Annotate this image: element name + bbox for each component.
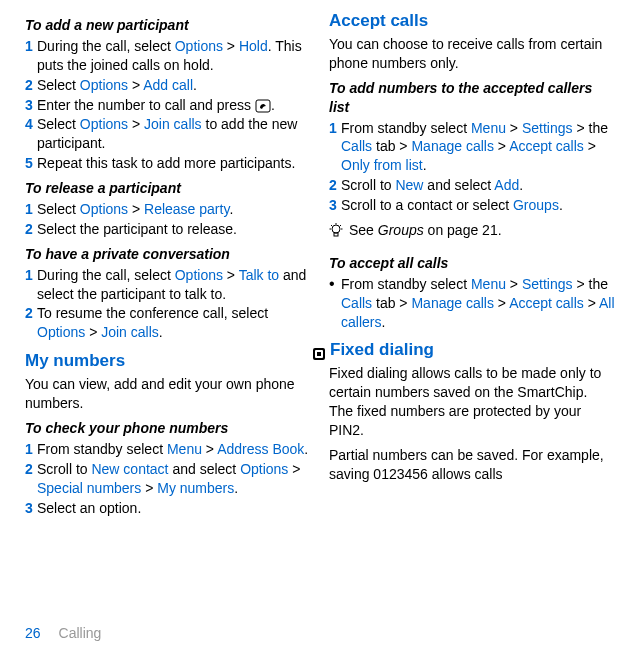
tip-text: See Groups on page 21. bbox=[349, 221, 615, 240]
left-column: To add a new participant 1 During the ca… bbox=[25, 10, 311, 518]
step-number: 1 bbox=[25, 440, 37, 459]
page-number: 26 bbox=[25, 625, 41, 641]
step-text: Select Options > Join calls to add the n… bbox=[37, 115, 311, 153]
link-calls-tab[interactable]: Calls bbox=[341, 295, 372, 311]
step-number: 1 bbox=[25, 266, 37, 304]
step-text: Select Options > Add call. bbox=[37, 76, 311, 95]
link-my-numbers[interactable]: My numbers bbox=[157, 480, 234, 496]
link-options[interactable]: Options bbox=[37, 324, 85, 340]
step-number: 2 bbox=[25, 76, 37, 95]
svg-line-4 bbox=[340, 225, 341, 226]
step-text: Scroll to New contact and select Options… bbox=[37, 460, 311, 498]
link-settings[interactable]: Settings bbox=[522, 120, 573, 136]
step-number: 2 bbox=[329, 176, 341, 195]
body-text: You can view, add and edit your own phon… bbox=[25, 375, 311, 413]
svg-rect-7 bbox=[334, 233, 338, 236]
link-new[interactable]: New bbox=[395, 177, 423, 193]
link-menu[interactable]: Menu bbox=[167, 441, 202, 457]
step-item: 1 Select Options > Release party. bbox=[25, 200, 311, 219]
link-manage-calls[interactable]: Manage calls bbox=[411, 138, 494, 154]
step-number: 2 bbox=[25, 460, 37, 498]
step-text: From standby select Menu > Settings > th… bbox=[341, 275, 615, 332]
step-item: 2 Select Options > Add call. bbox=[25, 76, 311, 95]
step-text: From standby select Menu > Address Book. bbox=[37, 440, 311, 459]
heading-add-participant: To add a new participant bbox=[25, 16, 311, 35]
link-join-calls[interactable]: Join calls bbox=[101, 324, 159, 340]
step-item: 1 During the call, select Options > Hold… bbox=[25, 37, 311, 75]
heading-release-participant: To release a participant bbox=[25, 179, 311, 198]
right-column: Accept calls You can choose to receive c… bbox=[329, 10, 615, 518]
link-calls-tab[interactable]: Calls bbox=[341, 138, 372, 154]
link-groups[interactable]: Groups bbox=[513, 197, 559, 213]
step-number: 3 bbox=[25, 96, 37, 115]
link-accept-calls[interactable]: Accept calls bbox=[509, 138, 584, 154]
step-text: During the call, select Options > Talk t… bbox=[37, 266, 311, 304]
link-add-call[interactable]: Add call bbox=[143, 77, 193, 93]
link-options[interactable]: Options bbox=[80, 77, 128, 93]
link-options[interactable]: Options bbox=[175, 267, 223, 283]
link-options[interactable]: Options bbox=[240, 461, 288, 477]
link-options[interactable]: Options bbox=[80, 116, 128, 132]
step-item: 5 Repeat this task to add more participa… bbox=[25, 154, 311, 173]
step-number: 4 bbox=[25, 115, 37, 153]
link-address-book[interactable]: Address Book bbox=[217, 441, 304, 457]
step-text: Enter the number to call and press . bbox=[37, 96, 311, 115]
svg-line-3 bbox=[331, 225, 332, 226]
link-menu[interactable]: Menu bbox=[471, 120, 506, 136]
step-item: 2 Scroll to New and select Add. bbox=[329, 176, 615, 195]
link-only-from-list[interactable]: Only from list bbox=[341, 157, 423, 173]
step-number: 3 bbox=[25, 499, 37, 518]
step-number: 5 bbox=[25, 154, 37, 173]
body-text: Partial numbers can be saved. For exampl… bbox=[329, 446, 615, 484]
link-add[interactable]: Add bbox=[494, 177, 519, 193]
footer-section: Calling bbox=[59, 625, 102, 641]
link-release-party[interactable]: Release party bbox=[144, 201, 229, 217]
link-hold[interactable]: Hold bbox=[239, 38, 268, 54]
step-item: 2 Select the participant to release. bbox=[25, 220, 311, 239]
link-settings[interactable]: Settings bbox=[522, 276, 573, 292]
link-new-contact[interactable]: New contact bbox=[91, 461, 168, 477]
step-text: From standby select Menu > Settings > th… bbox=[341, 119, 615, 176]
heading-private-conversation: To have a private conversation bbox=[25, 245, 311, 264]
link-options[interactable]: Options bbox=[175, 38, 223, 54]
step-text: Select the participant to release. bbox=[37, 220, 311, 239]
page-footer: 26Calling bbox=[25, 624, 101, 643]
svg-rect-10 bbox=[317, 352, 321, 356]
step-text: During the call, select Options > Hold. … bbox=[37, 37, 311, 75]
body-text: You can choose to receive calls from cer… bbox=[329, 35, 615, 73]
step-text: Scroll to New and select Add. bbox=[341, 176, 615, 195]
step-number: 1 bbox=[329, 119, 341, 176]
link-join-calls[interactable]: Join calls bbox=[144, 116, 202, 132]
step-number: 2 bbox=[25, 220, 37, 239]
step-item: 4 Select Options > Join calls to add the… bbox=[25, 115, 311, 153]
step-item: 1 From standby select Menu > Settings > … bbox=[329, 119, 615, 176]
step-number: 1 bbox=[25, 37, 37, 75]
heading-accept-all: To accept all calls bbox=[329, 254, 615, 273]
step-text: Select Options > Release party. bbox=[37, 200, 311, 219]
link-manage-calls[interactable]: Manage calls bbox=[411, 295, 494, 311]
body-text: Fixed dialing allows calls to be made on… bbox=[329, 364, 615, 440]
call-key-icon bbox=[255, 99, 271, 113]
step-item: • From standby select Menu > Settings > … bbox=[329, 275, 615, 332]
section-fixed-dialing: Fixed dialing bbox=[312, 339, 615, 362]
step-text: Scroll to a contact or select Groups. bbox=[341, 196, 615, 215]
section-accept-calls: Accept calls bbox=[329, 10, 615, 33]
step-number: 3 bbox=[329, 196, 341, 215]
link-options[interactable]: Options bbox=[80, 201, 128, 217]
step-item: 3 Scroll to a contact or select Groups. bbox=[329, 196, 615, 215]
step-item: 3 Enter the number to call and press . bbox=[25, 96, 311, 115]
step-text: Select an option. bbox=[37, 499, 311, 518]
step-text: Repeat this task to add more participant… bbox=[37, 154, 311, 173]
step-number: 2 bbox=[25, 304, 37, 342]
link-menu[interactable]: Menu bbox=[471, 276, 506, 292]
svg-point-1 bbox=[332, 225, 340, 233]
step-item: 2 To resume the conference call, select … bbox=[25, 304, 311, 342]
heading-add-accepted: To add numbers to the accepted callers l… bbox=[329, 79, 615, 117]
step-item: 3 Select an option. bbox=[25, 499, 311, 518]
link-special-numbers[interactable]: Special numbers bbox=[37, 480, 141, 496]
link-talk-to[interactable]: Talk to bbox=[239, 267, 279, 283]
tip-lightbulb-icon bbox=[329, 223, 343, 244]
heading-check-numbers: To check your phone numbers bbox=[25, 419, 311, 438]
sim-card-icon bbox=[312, 345, 326, 359]
link-accept-calls[interactable]: Accept calls bbox=[509, 295, 584, 311]
